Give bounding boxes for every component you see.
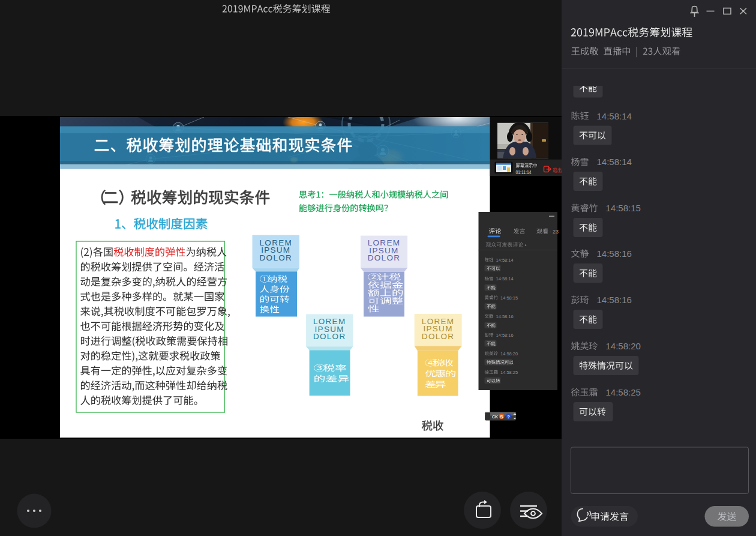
svg-text:14:58:16: 14:58:16	[496, 333, 514, 338]
svg-text:DOLOR: DOLOR	[313, 332, 346, 341]
svg-text:14:58:20: 14:58:20	[500, 351, 518, 357]
svg-text:?: ?	[507, 414, 510, 420]
svg-text:01:11:14: 01:11:14	[516, 169, 532, 175]
svg-text:CK: CK	[492, 415, 498, 419]
svg-text:DOLOR: DOLOR	[422, 332, 455, 341]
svg-text:14:58:16: 14:58:16	[597, 248, 632, 259]
svg-text:14:58:16: 14:58:16	[597, 295, 632, 305]
svg-text:14:58:25: 14:58:25	[606, 387, 641, 397]
svg-text:14:58:25: 14:58:25	[500, 370, 518, 375]
svg-text:DOLOR: DOLOR	[368, 253, 401, 262]
svg-text:14:58:15: 14:58:15	[500, 295, 518, 301]
svg-text:14:58:14: 14:58:14	[597, 111, 632, 121]
svg-text:· 23: · 23	[550, 229, 559, 235]
svg-text:S: S	[500, 414, 503, 420]
svg-text:DOLOR: DOLOR	[260, 253, 293, 262]
svg-text:14:58:15: 14:58:15	[606, 203, 641, 213]
svg-text:14:58:20: 14:58:20	[606, 341, 641, 351]
svg-text:14:58:14: 14:58:14	[496, 276, 514, 282]
svg-text:14:58:16: 14:58:16	[496, 314, 514, 319]
svg-text:14:58:14: 14:58:14	[597, 157, 632, 167]
svg-text:14:58:14: 14:58:14	[496, 257, 514, 263]
